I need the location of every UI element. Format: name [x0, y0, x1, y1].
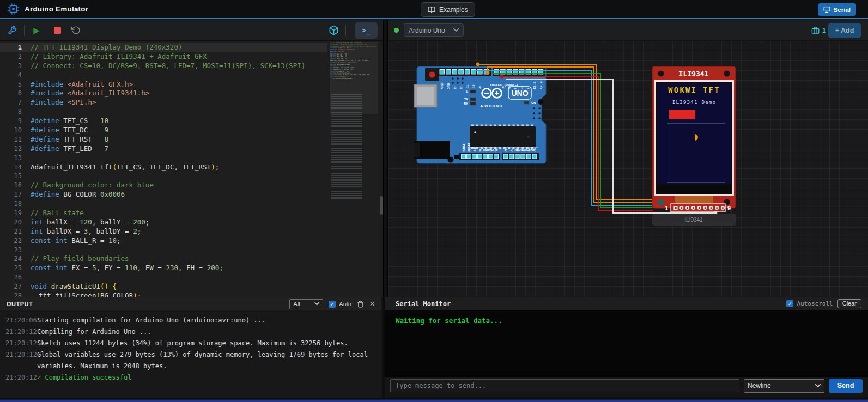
monitor-icon	[823, 6, 830, 13]
chevron-down-icon	[314, 302, 319, 306]
pin[interactable]	[478, 154, 482, 159]
part-tooltip-label: ILI9341	[684, 217, 703, 223]
serial-monitor-panel: Serial Monitor ✓ Autoscroll Clear Waitin…	[383, 297, 868, 398]
display-title: ILI9341	[679, 70, 709, 78]
diagram-view-button[interactable]	[326, 23, 341, 38]
toolbar-divider	[24, 25, 25, 36]
ili9341-display[interactable]: ILI9341 WOKWI TFT ILI9341 Demo 1 9	[652, 66, 736, 212]
pin-label: AREF	[440, 82, 444, 89]
code-line: 6#include <Adafruit_ILI9341.h>	[0, 89, 327, 98]
pin-label: ~11	[466, 85, 469, 89]
code-line: 17#define BG_COLOR 0x0006	[0, 190, 327, 199]
pin-label: TX→1	[533, 82, 536, 89]
arduino-uno-board[interactable]: AREFGND1312~11~10~987~6~54~32TX→1RX←0IOR…	[414, 66, 546, 163]
clear-serial-button[interactable]: Clear	[837, 299, 861, 308]
serial-header: Serial Monitor ✓ Autoscroll Clear	[385, 297, 868, 310]
output-filter-select[interactable]: All	[289, 299, 323, 309]
parts-count: 1	[822, 27, 826, 34]
autoscroll-checkbox[interactable]: ✓	[786, 300, 793, 307]
diagram-canvas[interactable]: AREFGND1312~11~10~987~6~54~32TX→1RX←0IOR…	[388, 41, 868, 297]
pin[interactable]	[503, 154, 508, 159]
cube-icon	[329, 25, 339, 35]
code-line: 15	[0, 172, 327, 181]
pin[interactable]	[494, 154, 499, 159]
bottom-accent-bar	[0, 398, 868, 402]
device-select[interactable]: Arduino Uno	[404, 23, 464, 37]
pin[interactable]	[440, 70, 445, 75]
pin-label: 12	[459, 86, 463, 89]
pin[interactable]	[515, 154, 519, 159]
chevron-down-icon	[815, 384, 821, 388]
chip-logo-icon	[8, 3, 19, 15]
pin[interactable]	[483, 154, 488, 159]
log-line: 21:20:06Starting compilation for Arduino…	[5, 315, 376, 326]
serial-button-label: Serial	[834, 7, 851, 13]
pane-divider[interactable]	[383, 20, 388, 297]
code-line: 18	[0, 199, 327, 209]
output-header: OUTPUT All ✓ Auto ✕	[0, 297, 381, 310]
pin[interactable]	[465, 70, 470, 75]
pin[interactable]	[446, 70, 451, 75]
code-line: 11#define TFT_RST 8	[0, 135, 327, 144]
add-part-button[interactable]: + Add	[828, 23, 861, 38]
pin[interactable]	[489, 154, 493, 159]
pin[interactable]	[526, 154, 531, 159]
code-line: 5#include <Adafruit_GFX.h>	[0, 80, 327, 89]
pin[interactable]	[521, 154, 525, 159]
chevron-down-icon	[453, 28, 459, 32]
pin1-label: 1	[665, 205, 668, 211]
terminal-icon: >_	[362, 26, 371, 34]
line-ending-select[interactable]: Newline	[744, 379, 824, 393]
serial-toggle-button[interactable]: Serial	[818, 3, 856, 16]
analog-label: ANALOG IN	[514, 148, 533, 151]
log-line: 21:20:12Global variables use 279 bytes (…	[5, 349, 376, 372]
minimap-viewport	[330, 42, 378, 114]
pin[interactable]	[472, 154, 477, 159]
pin-label: 13	[453, 86, 457, 89]
code-line: 2// Library: Adafruit ILI9341 + Adafruit…	[0, 52, 327, 62]
screen-subtitle-text: ILI9341 Demo	[672, 99, 717, 105]
pin-label: ~10	[472, 84, 475, 89]
part-tooltip: ILI9341	[652, 214, 736, 226]
verify-button[interactable]	[4, 23, 20, 38]
examples-label: Examples	[439, 6, 468, 14]
serial-message-input[interactable]	[390, 379, 739, 392]
restart-icon	[71, 26, 81, 35]
led-rx-label: RX	[464, 102, 468, 105]
pin[interactable]	[462, 154, 466, 159]
top-bar: Arduino Emulator Examples Serial	[0, 0, 868, 19]
run-button[interactable]: ▶	[29, 23, 44, 38]
code-line: 4	[0, 71, 327, 80]
led-l	[470, 90, 476, 93]
pin[interactable]	[532, 154, 537, 159]
pin[interactable]	[452, 70, 457, 75]
pin[interactable]	[509, 154, 514, 159]
serial-waiting-message: Waiting for serial data...	[396, 316, 502, 325]
terminal-toggle-button[interactable]: >_	[355, 22, 378, 39]
editor-scrollbar[interactable]	[379, 41, 383, 297]
code-line: 14Adafruit_ILI9341 tft(TFT_CS, TFT_DC, T…	[0, 163, 327, 172]
screen-red-rect	[669, 110, 695, 119]
pin[interactable]	[459, 70, 464, 75]
wrench-icon	[8, 26, 17, 35]
close-output-button[interactable]: ✕	[369, 300, 375, 308]
code-line: 28 tft.fillScreen(BG_COLOR);	[0, 291, 327, 297]
code-editor[interactable]: 1// TFT ILI9341 Display Demo (240x320)2/…	[0, 41, 383, 297]
clear-output-button[interactable]	[357, 301, 364, 308]
minimap[interactable]: // TFT ILI9341 Display Demo (240x320)// …	[330, 42, 378, 296]
model-label: UNO	[511, 89, 528, 98]
output-title: OUTPUT	[7, 301, 33, 307]
send-button[interactable]: Send	[829, 379, 863, 393]
auto-checkbox[interactable]: ✓	[329, 301, 336, 308]
app-window: Arduino Emulator Examples Serial ▶	[0, 0, 868, 402]
led-rx	[470, 102, 476, 105]
scrollbar-thumb[interactable]	[380, 196, 383, 215]
examples-button[interactable]: Examples	[421, 2, 475, 17]
output-filter-value: All	[293, 301, 300, 307]
play-icon: ▶	[33, 26, 40, 35]
on-label: ON	[531, 101, 536, 105]
stop-button[interactable]	[50, 23, 65, 38]
restart-button[interactable]	[68, 23, 83, 38]
pin[interactable]	[467, 154, 471, 159]
parts-briefcase-icon[interactable]	[811, 26, 820, 34]
